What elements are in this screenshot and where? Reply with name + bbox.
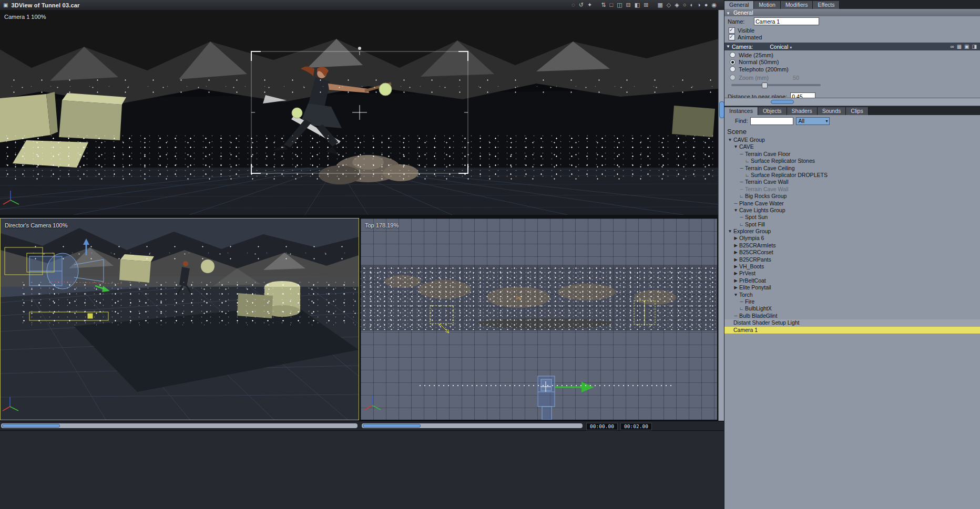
tree-item-spot-sun[interactable]: ─ Spot Sun	[724, 214, 980, 221]
filter-dropdown[interactable]: All▾	[796, 117, 830, 125]
end-time-display[interactable]: 00:02.00	[620, 423, 652, 430]
layout-single-icon[interactable]: □	[610, 2, 614, 8]
viewport-camera1[interactable]: Camera 1 100%	[0, 10, 718, 215]
zoom-label: Zoom (mm)	[739, 75, 769, 81]
layout-two-vertical-icon[interactable]: ◫	[617, 2, 622, 8]
tree-item-b25crpants[interactable]: ▶ B25CRPants	[724, 256, 980, 263]
zoom-option-row[interactable]: Zoom (mm) 50	[730, 74, 769, 81]
radio-wide[interactable]: Wide (25mm)	[730, 51, 845, 59]
tree-item-terrain-cave-floor[interactable]: ─ Terrain Cave Floor	[724, 151, 980, 158]
tree-item-plane-cave-water[interactable]: ─ Plane Cave Water	[724, 200, 980, 207]
tab-sounds[interactable]: Sounds	[818, 107, 846, 115]
magnifier-tool-icon[interactable]: ◌	[571, 2, 575, 8]
name-input[interactable]	[754, 17, 819, 25]
tree-item-cave-lights-group[interactable]: ▼ Cave Lights Group	[724, 207, 980, 214]
layout-four-icon[interactable]: ⊞	[644, 2, 648, 8]
tree-prefix-icon: ─	[732, 200, 739, 207]
find-input[interactable]	[750, 117, 793, 125]
tree-prefix-icon: ∟	[744, 172, 751, 179]
display-box-icon[interactable]: ◇	[667, 2, 671, 8]
tree-item-camera-1[interactable]: Camera 1	[724, 327, 980, 334]
tree-item-surface-replicator-droplets[interactable]: ∟ Surface Replicator DROPLETS	[724, 172, 980, 179]
radio-icon	[730, 52, 736, 58]
tree-item-cave[interactable]: ▼ CAVE	[724, 143, 980, 150]
tree-item-b25crarmlets[interactable]: ▶ B25CRArmlets	[724, 242, 980, 249]
visible-checkbox-row[interactable]: Visible	[729, 27, 754, 34]
tree-item-elite-ponytail[interactable]: ▶ Elite Ponytail	[724, 284, 980, 291]
tree-prefix-icon: ∟	[738, 221, 745, 228]
tab-effects[interactable]: Effects	[813, 1, 840, 9]
tree-item-surface-replicator-stones[interactable]: ∟ Surface Replicator Stones	[724, 158, 980, 164]
radio-normal[interactable]: Normal (50mm)	[730, 59, 845, 66]
tree-item-terrain-cave-wall-2[interactable]: ─ Terrain Cave Wall	[724, 186, 980, 193]
tab-motion[interactable]: Motion	[754, 1, 781, 9]
tree-item-olympia-6[interactable]: ▶ Olympia 6	[724, 235, 980, 242]
split-view-icon[interactable]: ◨	[972, 44, 977, 49]
collapse-triangle-icon: ▼	[724, 44, 732, 49]
tree-item-cave-group[interactable]: ▼ CAVE Group	[724, 137, 980, 143]
display-flat-icon[interactable]: ○	[683, 2, 687, 8]
tree-prefix-icon: ▼	[732, 207, 739, 214]
viewport-director[interactable]: Director's Camera 100%	[0, 218, 359, 420]
tab-clips[interactable]: Clips	[846, 107, 868, 115]
visible-checkbox[interactable]	[729, 27, 735, 34]
rotate-view-icon[interactable]: ↺	[579, 2, 584, 8]
tree-item-big-rocks-group[interactable]: ∟ Big Rocks Group	[724, 193, 980, 200]
general-section-header[interactable]: ▼ General	[724, 9, 980, 16]
panel-divider-scrollbar[interactable]	[724, 98, 980, 106]
tree-item-prvest[interactable]: ▶ PrVest	[724, 270, 980, 277]
current-time-display[interactable]: 00:00.00	[586, 423, 618, 430]
tree-item-spot-fill[interactable]: ∟ Spot Fill	[724, 221, 980, 228]
render-preview-icon[interactable]: ◉	[711, 2, 717, 8]
tree-item-bulb-bladeglint[interactable]: ─ Bulb BladeGlint	[724, 313, 980, 319]
tab-modifiers[interactable]: Modifiers	[781, 1, 813, 9]
radio-telephoto[interactable]: Telephoto (200mm)	[730, 66, 845, 73]
camera-type-dropdown[interactable]: Conical▾	[768, 44, 794, 50]
layout-two-horizontal-icon[interactable]: ⊟	[626, 2, 631, 8]
display-phong-icon[interactable]: ◑	[697, 2, 701, 8]
director-horizontal-scrollbar[interactable]	[1, 423, 358, 428]
divider-scroll-thumb[interactable]	[771, 100, 794, 104]
animated-checkbox[interactable]	[729, 34, 735, 40]
properties-panel: GeneralMotionModifiersEffects ▼ General …	[724, 0, 980, 509]
tree-item-torch[interactable]: ▼ Torch	[724, 292, 980, 298]
tree-item-terrain-cave-ceiling[interactable]: ─ Terrain Cave Ceiling	[724, 165, 980, 172]
near-plane-row: Distance to near plane:	[728, 92, 815, 98]
solo-view-icon[interactable]: ▣	[964, 44, 969, 49]
camera-section-header[interactable]: ▼ Camera: Conical▾ ∞▦▣◨	[724, 43, 980, 50]
tree-prefix-icon: ─	[738, 214, 745, 221]
tree-prefix-icon: ─	[738, 186, 745, 193]
tree-item-distant-shader-setup-light[interactable]: Distant Shader Setup Light	[724, 319, 980, 326]
viewport-top[interactable]: Top 178.19%	[360, 218, 718, 420]
tab-objects[interactable]: Objects	[758, 107, 787, 115]
tab-general[interactable]: General	[724, 1, 754, 9]
tree-prefix-icon: ▶	[732, 249, 739, 256]
viewport-vertical-scrollbar[interactable]	[718, 10, 724, 421]
grid-snap-icon[interactable]: ▦	[957, 44, 962, 49]
layout-grid-icon[interactable]: ▦	[657, 2, 662, 8]
tree-prefix-icon: ∟	[738, 305, 745, 312]
tree-item-vh-boots[interactable]: ▶ VH_Boots	[724, 263, 980, 270]
layout-three-icon[interactable]: ◧	[635, 2, 640, 8]
director-scroll-thumb[interactable]	[2, 424, 60, 428]
display-gouraud-icon[interactable]: ◐	[690, 2, 693, 8]
tree-item-fire[interactable]: ─ Fire	[724, 298, 980, 305]
tree-item-bulblightx[interactable]: ∟ BulbLightX	[724, 305, 980, 312]
animated-checkbox-row[interactable]: Animated	[729, 34, 762, 40]
display-wireframe-icon[interactable]: ◈	[675, 2, 679, 8]
zoom-slider[interactable]	[731, 84, 821, 86]
pan-view-icon[interactable]: ✦	[587, 2, 592, 8]
dolly-view-icon[interactable]: ⇅	[601, 2, 606, 8]
tree-item-terrain-cave-wall[interactable]: ─ Terrain Cave Wall	[724, 179, 980, 185]
tab-shaders[interactable]: Shaders	[787, 107, 818, 115]
display-textured-icon[interactable]: ●	[705, 2, 708, 8]
tab-instances[interactable]: Instances	[724, 107, 758, 115]
tree-item-explorer-group[interactable]: ▼ Explorer Group	[724, 228, 980, 235]
tree-item-b25crcorset[interactable]: ▶ B25CRCorset	[724, 249, 980, 256]
top-horizontal-scrollbar[interactable]	[362, 423, 583, 428]
link-icon[interactable]: ∞	[951, 44, 954, 49]
zoom-slider-thumb[interactable]	[762, 82, 768, 88]
top-scroll-thumb[interactable]	[363, 424, 421, 428]
tree-item-prbeltcoat[interactable]: ▶ PrBeltCoat	[724, 277, 980, 284]
near-plane-input[interactable]	[790, 92, 815, 98]
